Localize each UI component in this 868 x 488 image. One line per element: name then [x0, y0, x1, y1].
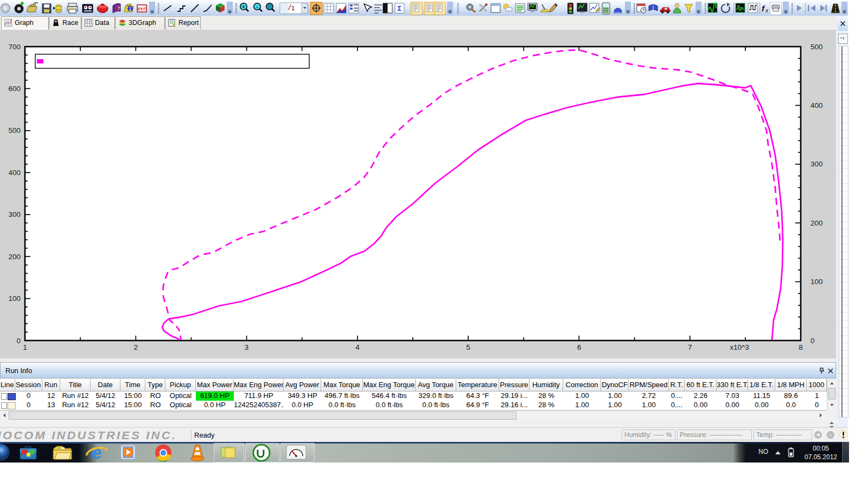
svg-text:4: 4: [355, 343, 360, 351]
svg-text:-: -: [256, 4, 258, 10]
svg-text:300: 300: [8, 210, 21, 219]
svg-text:7: 7: [688, 343, 692, 351]
svg-text:Σ: Σ: [398, 4, 402, 12]
svg-text:1: 1: [291, 5, 295, 11]
svg-text:0: 0: [810, 337, 815, 345]
svg-text:100: 100: [810, 278, 823, 286]
svg-text:f: f: [762, 4, 765, 13]
svg-text:300: 300: [810, 160, 823, 168]
svg-text:?: ?: [117, 5, 120, 11]
svg-text:5: 5: [466, 343, 470, 351]
svg-text:0: 0: [16, 337, 21, 345]
svg-text:1: 1: [23, 343, 27, 351]
svg-text:+: +: [242, 4, 245, 10]
svg-text:500: 500: [810, 43, 823, 51]
svg-text:500: 500: [8, 126, 21, 134]
svg-text:400: 400: [8, 169, 21, 177]
svg-text:x10^3: x10^3: [730, 343, 749, 351]
svg-text:400: 400: [810, 101, 823, 110]
svg-text:100: 100: [8, 294, 21, 303]
svg-text:700: 700: [8, 43, 21, 51]
svg-text:3: 3: [245, 343, 249, 351]
svg-text:EXIT: EXIT: [138, 7, 145, 11]
svg-text:8: 8: [799, 343, 803, 351]
svg-text:200: 200: [8, 253, 21, 261]
svg-text:6: 6: [577, 343, 582, 351]
svg-text:2: 2: [134, 343, 138, 351]
svg-text:600: 600: [8, 85, 21, 93]
svg-text:200: 200: [810, 219, 823, 227]
svg-text:e: e: [92, 442, 102, 463]
svg-text:x: x: [765, 8, 769, 14]
